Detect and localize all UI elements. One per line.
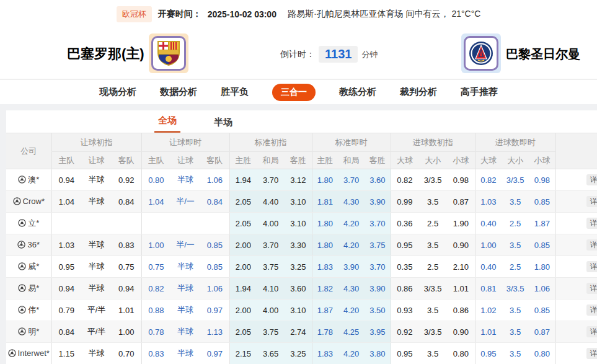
odds-cell: 3.75 — [365, 234, 391, 256]
nav-tab[interactable]: 教练分析 — [339, 86, 376, 98]
odds-cell: 3.5 — [418, 234, 447, 256]
odds-cell: 1.00 — [112, 321, 141, 343]
odds-cell: 平/半 — [81, 300, 112, 321]
odds-cell: 1.83 — [312, 256, 338, 278]
detail-button[interactable]: 详 — [586, 174, 597, 185]
bookmaker-name: 伟* — [28, 305, 39, 314]
psg-crest-icon — [468, 40, 494, 66]
odds-cell: 0.97 — [200, 343, 229, 364]
detail-button[interactable]: 详 — [586, 283, 597, 294]
nav-tab[interactable]: 裁判分析 — [400, 86, 437, 98]
odds-cell: 0.82 — [475, 169, 502, 191]
subcol-header: 小球 — [447, 152, 475, 169]
bookmaker-name: 威* — [28, 262, 39, 271]
football-icon — [18, 327, 26, 337]
odds-cell: 0.95 — [51, 256, 81, 278]
venue-weather-text: 路易斯·孔帕尼奥林匹亚体育场 间中有云， 21°C°C — [288, 9, 480, 20]
bookmaker-name: 澳* — [28, 175, 39, 184]
odds-cell: 0.86 — [391, 278, 418, 300]
detail-button[interactable]: 详 — [586, 304, 597, 316]
odds-cell: 2.10 — [447, 256, 475, 278]
bookmaker-name: Interwet* — [18, 348, 50, 358]
odds-cell: 3.70 — [338, 169, 365, 191]
history-cell: 详统 — [555, 191, 597, 213]
odds-cell: 3.80 — [365, 343, 391, 364]
odds-cell: 3.5 — [502, 321, 529, 343]
barcelona-crest-icon — [156, 40, 181, 67]
odds-cell: 1.87 — [529, 213, 555, 234]
odds-cell: 1.03 — [475, 191, 502, 213]
odds-table: 公司 让球初指 让球即时 标准初指 标准即时 进球数初指 进球数即时 历史 主队… — [6, 133, 597, 364]
odds-cell: 1.87 — [312, 300, 338, 321]
detail-button[interactable]: 详 — [586, 218, 597, 229]
odds-cell: 半球 — [81, 278, 112, 300]
odds-cell: 3.5 — [502, 234, 529, 256]
company-column-header: 公司 — [6, 133, 51, 169]
period-tab[interactable]: 半场 — [210, 113, 236, 133]
odds-cell: 3.5 — [418, 191, 447, 213]
detail-button[interactable]: 详 — [586, 196, 597, 207]
detail-button[interactable]: 详 — [586, 239, 597, 251]
odds-cell: 4.20 — [338, 343, 365, 364]
odds-cell: 1.00 — [141, 234, 170, 256]
home-team-name: 巴塞罗那(主) — [67, 45, 144, 63]
group-header-goals-live: 进球数即时 — [475, 133, 555, 152]
history-cell: 详统 — [555, 321, 597, 343]
odds-cell: 3.65 — [257, 343, 285, 364]
odds-cell: 0.95 — [391, 234, 418, 256]
odds-cell: 0.78 — [141, 321, 170, 343]
group-header-handicap-live: 让球即时 — [141, 133, 229, 152]
odds-cell: 3.75 — [257, 321, 285, 343]
odds-cell: 2.00 — [229, 256, 257, 278]
odds-cell: 2.5 — [418, 256, 447, 278]
detail-button[interactable]: 详 — [586, 348, 597, 359]
odds-cell — [51, 213, 81, 234]
odds-cell: 4.25 — [338, 321, 365, 343]
nav-tab[interactable]: 数据分析 — [160, 86, 197, 98]
subcol-header: 主队 — [51, 152, 81, 169]
detail-button[interactable]: 详 — [586, 326, 597, 337]
odds-cell: 3/3.5 — [502, 278, 529, 300]
odds-cell: 0.90 — [447, 321, 475, 343]
odds-cell: 3.5 — [418, 343, 447, 364]
odds-cell: 0.81 — [475, 278, 502, 300]
odds-cell: 0.75 — [112, 256, 141, 278]
bookmaker-cell: 立* — [6, 213, 51, 234]
nav-tab[interactable]: 现场分析 — [99, 86, 136, 98]
subcol-header: 和局 — [338, 152, 365, 169]
odds-cell: 1.78 — [312, 321, 338, 343]
odds-cell: 0.87 — [529, 321, 555, 343]
odds-cell: 3.25 — [285, 343, 312, 364]
detail-button[interactable]: 详 — [586, 261, 597, 272]
odds-cell: 1.82 — [312, 278, 338, 300]
odds-cell: 0.92 — [391, 321, 418, 343]
odds-cell: 1.04 — [51, 191, 81, 213]
odds-cell: 0.85 — [529, 191, 555, 213]
table-row: 威* 0.95 半球 0.75 0.75 半球 0.85 2.00 3.75 3… — [6, 256, 597, 278]
history-cell: 详统 — [555, 300, 597, 321]
period-tab[interactable]: 全场 — [154, 111, 180, 133]
odds-cell: 0.94 — [51, 278, 81, 300]
subcol-header: 客胜 — [285, 152, 312, 169]
nav-tab[interactable]: 胜平负 — [221, 86, 249, 98]
odds-cell: 4.10 — [257, 278, 285, 300]
odds-cell: 3/3.5 — [418, 278, 447, 300]
odds-cell — [81, 213, 112, 234]
odds-cell: 4.30 — [338, 278, 365, 300]
odds-cell: 2.00 — [229, 234, 257, 256]
group-header-standard-live: 标准即时 — [312, 133, 391, 152]
period-tabs: 全场半场 — [6, 110, 597, 133]
odds-cell: 0.85 — [529, 300, 555, 321]
odds-cell: 1.15 — [51, 343, 81, 364]
odds-cell: 3.12 — [285, 169, 312, 191]
odds-cell: 1.80 — [312, 169, 338, 191]
odds-cell: 半球 — [81, 234, 112, 256]
nav-tab[interactable]: 高手推荐 — [461, 86, 498, 98]
odds-cell: 半球 — [170, 169, 200, 191]
odds-cell: 3.70 — [257, 234, 285, 256]
odds-cell: 半球 — [81, 191, 112, 213]
nav-tab[interactable]: 三合一 — [272, 84, 316, 101]
subcol-header: 让球 — [170, 152, 200, 169]
odds-cell: 平/半 — [81, 321, 112, 343]
odds-cell: 0.95 — [391, 343, 418, 364]
